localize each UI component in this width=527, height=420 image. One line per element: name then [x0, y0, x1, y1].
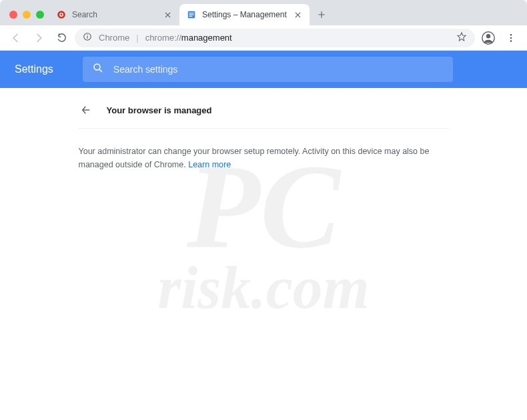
url-label: Chrome — [99, 33, 129, 43]
svg-point-11 — [486, 34, 490, 38]
back-arrow-button[interactable] — [79, 103, 93, 117]
reload-button[interactable] — [52, 29, 71, 47]
search-settings-box[interactable] — [83, 57, 453, 82]
tab-search[interactable]: Search — [49, 4, 179, 25]
forward-button[interactable] — [29, 29, 48, 47]
profile-avatar-icon[interactable] — [479, 29, 498, 47]
search-favicon — [56, 9, 67, 20]
close-tab-icon[interactable] — [162, 9, 173, 20]
management-description: Your administrator can change your brows… — [79, 129, 449, 187]
tab-settings-management[interactable]: Settings – Management — [179, 4, 310, 25]
settings-favicon — [186, 9, 197, 20]
svg-rect-6 — [189, 16, 193, 17]
svg-rect-4 — [189, 13, 194, 13]
back-button[interactable] — [7, 29, 25, 47]
close-tab-icon[interactable] — [292, 9, 303, 20]
maximize-window-button[interactable] — [36, 11, 44, 19]
address-bar[interactable]: Chrome | chrome://management — [75, 29, 475, 47]
tab-strip: Search Settings – Management — [0, 0, 527, 25]
svg-point-12 — [510, 34, 512, 36]
svg-rect-9 — [87, 35, 87, 35]
url-separator: | — [136, 33, 138, 43]
svg-point-15 — [94, 64, 100, 70]
svg-rect-5 — [189, 14, 194, 15]
learn-more-link[interactable]: Learn more — [188, 160, 231, 169]
url-text: chrome://management — [145, 33, 232, 43]
new-tab-button[interactable] — [312, 5, 331, 24]
settings-header: Settings — [0, 51, 527, 88]
management-panel: Your browser is managed Your administrat… — [79, 88, 449, 420]
settings-title: Settings — [15, 63, 53, 75]
svg-point-14 — [510, 40, 512, 42]
tab-label: Search — [72, 10, 157, 19]
search-settings-input[interactable] — [113, 64, 444, 75]
close-window-button[interactable] — [9, 11, 17, 19]
browser-toolbar: Chrome | chrome://management — [0, 25, 527, 51]
window-controls — [7, 11, 49, 25]
page-header: Your browser is managed — [79, 100, 449, 129]
minimize-window-button[interactable] — [23, 11, 31, 19]
svg-rect-8 — [87, 36, 87, 39]
svg-point-13 — [510, 37, 512, 39]
search-icon — [92, 62, 104, 77]
page-title: Your browser is managed — [107, 105, 212, 115]
settings-content: Your browser is managed Your administrat… — [0, 88, 527, 420]
bookmark-star-icon[interactable] — [456, 31, 467, 44]
svg-point-2 — [61, 14, 63, 16]
menu-button[interactable] — [502, 29, 520, 47]
site-info-icon[interactable] — [83, 32, 92, 43]
tab-label: Settings – Management — [202, 10, 287, 19]
